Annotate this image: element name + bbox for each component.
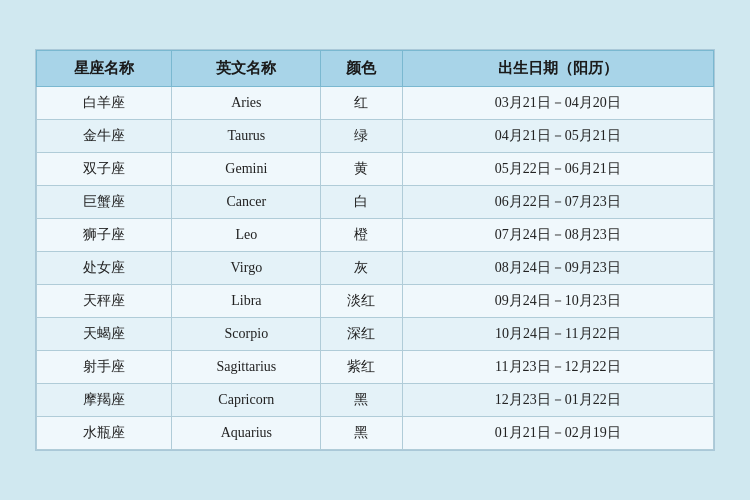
cell-chinese: 射手座 [37, 351, 172, 384]
cell-english: Sagittarius [172, 351, 321, 384]
cell-color: 绿 [321, 120, 402, 153]
cell-date: 06月22日－07月23日 [402, 186, 713, 219]
cell-date: 08月24日－09月23日 [402, 252, 713, 285]
cell-date: 03月21日－04月20日 [402, 87, 713, 120]
header-english: 英文名称 [172, 51, 321, 87]
table-row: 金牛座Taurus绿04月21日－05月21日 [37, 120, 714, 153]
table-row: 射手座Sagittarius紫红11月23日－12月22日 [37, 351, 714, 384]
cell-color: 红 [321, 87, 402, 120]
cell-english: Libra [172, 285, 321, 318]
table-row: 狮子座Leo橙07月24日－08月23日 [37, 219, 714, 252]
cell-chinese: 天秤座 [37, 285, 172, 318]
cell-color: 淡红 [321, 285, 402, 318]
cell-chinese: 双子座 [37, 153, 172, 186]
table-header-row: 星座名称 英文名称 颜色 出生日期（阳历） [37, 51, 714, 87]
cell-color: 白 [321, 186, 402, 219]
table-row: 摩羯座Capricorn黑12月23日－01月22日 [37, 384, 714, 417]
header-chinese: 星座名称 [37, 51, 172, 87]
cell-chinese: 白羊座 [37, 87, 172, 120]
header-date: 出生日期（阳历） [402, 51, 713, 87]
cell-english: Taurus [172, 120, 321, 153]
cell-english: Aquarius [172, 417, 321, 450]
cell-date: 05月22日－06月21日 [402, 153, 713, 186]
cell-english: Virgo [172, 252, 321, 285]
cell-date: 01月21日－02月19日 [402, 417, 713, 450]
table-row: 天蝎座Scorpio深红10月24日－11月22日 [37, 318, 714, 351]
cell-color: 灰 [321, 252, 402, 285]
table-row: 巨蟹座Cancer白06月22日－07月23日 [37, 186, 714, 219]
cell-chinese: 狮子座 [37, 219, 172, 252]
cell-chinese: 处女座 [37, 252, 172, 285]
table-row: 水瓶座Aquarius黑01月21日－02月19日 [37, 417, 714, 450]
cell-color: 深红 [321, 318, 402, 351]
zodiac-table: 星座名称 英文名称 颜色 出生日期（阳历） 白羊座Aries红03月21日－04… [36, 50, 714, 450]
cell-date: 11月23日－12月22日 [402, 351, 713, 384]
cell-color: 黑 [321, 384, 402, 417]
table-row: 处女座Virgo灰08月24日－09月23日 [37, 252, 714, 285]
table-row: 双子座Gemini黄05月22日－06月21日 [37, 153, 714, 186]
cell-date: 12月23日－01月22日 [402, 384, 713, 417]
cell-english: Gemini [172, 153, 321, 186]
cell-chinese: 金牛座 [37, 120, 172, 153]
cell-chinese: 摩羯座 [37, 384, 172, 417]
cell-english: Aries [172, 87, 321, 120]
cell-color: 橙 [321, 219, 402, 252]
cell-english: Cancer [172, 186, 321, 219]
cell-english: Scorpio [172, 318, 321, 351]
cell-date: 07月24日－08月23日 [402, 219, 713, 252]
cell-chinese: 巨蟹座 [37, 186, 172, 219]
cell-english: Leo [172, 219, 321, 252]
cell-color: 紫红 [321, 351, 402, 384]
cell-color: 黄 [321, 153, 402, 186]
cell-date: 04月21日－05月21日 [402, 120, 713, 153]
cell-chinese: 水瓶座 [37, 417, 172, 450]
cell-english: Capricorn [172, 384, 321, 417]
cell-chinese: 天蝎座 [37, 318, 172, 351]
table-row: 天秤座Libra淡红09月24日－10月23日 [37, 285, 714, 318]
cell-date: 09月24日－10月23日 [402, 285, 713, 318]
header-color: 颜色 [321, 51, 402, 87]
cell-color: 黑 [321, 417, 402, 450]
cell-date: 10月24日－11月22日 [402, 318, 713, 351]
table-row: 白羊座Aries红03月21日－04月20日 [37, 87, 714, 120]
zodiac-table-container: 星座名称 英文名称 颜色 出生日期（阳历） 白羊座Aries红03月21日－04… [35, 49, 715, 451]
